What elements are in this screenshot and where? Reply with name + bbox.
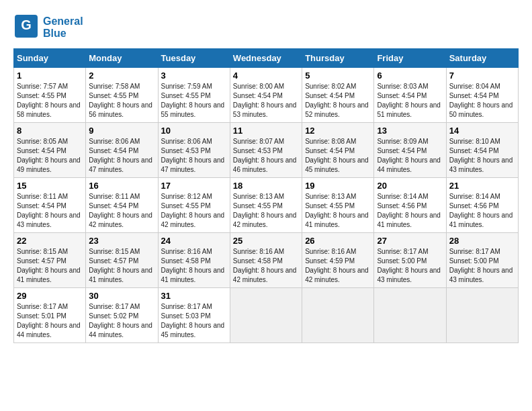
logo-icon: G bbox=[13, 13, 39, 39]
day-number: 23 bbox=[89, 236, 154, 246]
calendar-cell: 3Sunrise: 7:59 AM Sunset: 4:55 PM Daylig… bbox=[158, 68, 230, 123]
day-number: 8 bbox=[17, 126, 83, 136]
day-number: 21 bbox=[449, 181, 515, 191]
day-info: Sunrise: 8:15 AM Sunset: 4:57 PM Dayligh… bbox=[17, 247, 83, 285]
col-header-monday: Monday bbox=[86, 49, 158, 68]
day-number: 5 bbox=[305, 71, 371, 81]
calendar-cell: 29Sunrise: 8:17 AM Sunset: 5:01 PM Dayli… bbox=[14, 288, 86, 343]
day-number: 13 bbox=[377, 126, 443, 136]
day-number: 25 bbox=[233, 236, 299, 246]
day-number: 22 bbox=[17, 236, 83, 246]
day-info: Sunrise: 8:14 AM Sunset: 4:56 PM Dayligh… bbox=[377, 192, 443, 230]
day-number: 17 bbox=[161, 181, 227, 191]
calendar-cell: 23Sunrise: 8:15 AM Sunset: 4:57 PM Dayli… bbox=[86, 233, 158, 288]
calendar-cell: 22Sunrise: 8:15 AM Sunset: 4:57 PM Dayli… bbox=[14, 233, 86, 288]
day-number: 24 bbox=[161, 236, 227, 246]
calendar-cell: 4Sunrise: 8:00 AM Sunset: 4:54 PM Daylig… bbox=[230, 68, 302, 123]
calendar-cell: 17Sunrise: 8:12 AM Sunset: 4:55 PM Dayli… bbox=[158, 178, 230, 233]
calendar-cell: 13Sunrise: 8:09 AM Sunset: 4:54 PM Dayli… bbox=[374, 123, 446, 178]
calendar-cell: 15Sunrise: 8:11 AM Sunset: 4:54 PM Dayli… bbox=[14, 178, 86, 233]
calendar-cell: 12Sunrise: 8:08 AM Sunset: 4:54 PM Dayli… bbox=[302, 123, 374, 178]
day-number: 1 bbox=[17, 71, 83, 81]
day-number: 3 bbox=[161, 71, 227, 81]
day-number: 10 bbox=[161, 126, 227, 136]
col-header-sunday: Sunday bbox=[14, 49, 86, 68]
day-info: Sunrise: 8:17 AM Sunset: 5:03 PM Dayligh… bbox=[161, 302, 227, 340]
day-info: Sunrise: 8:13 AM Sunset: 4:55 PM Dayligh… bbox=[305, 192, 371, 230]
calendar-week-2: 8Sunrise: 8:05 AM Sunset: 4:54 PM Daylig… bbox=[14, 123, 519, 178]
calendar-cell: 1Sunrise: 7:57 AM Sunset: 4:55 PM Daylig… bbox=[14, 68, 86, 123]
day-number: 12 bbox=[305, 126, 371, 136]
day-number: 14 bbox=[449, 126, 515, 136]
calendar-cell: 2Sunrise: 7:58 AM Sunset: 4:55 PM Daylig… bbox=[86, 68, 158, 123]
calendar-cell bbox=[446, 288, 518, 343]
calendar-cell: 14Sunrise: 8:10 AM Sunset: 4:54 PM Dayli… bbox=[446, 123, 518, 178]
calendar-cell: 11Sunrise: 8:07 AM Sunset: 4:53 PM Dayli… bbox=[230, 123, 302, 178]
calendar-week-3: 15Sunrise: 8:11 AM Sunset: 4:54 PM Dayli… bbox=[14, 178, 519, 233]
calendar-cell: 6Sunrise: 8:03 AM Sunset: 4:54 PM Daylig… bbox=[374, 68, 446, 123]
day-info: Sunrise: 8:00 AM Sunset: 4:54 PM Dayligh… bbox=[233, 82, 299, 120]
day-info: Sunrise: 8:14 AM Sunset: 4:56 PM Dayligh… bbox=[449, 192, 515, 230]
day-info: Sunrise: 8:10 AM Sunset: 4:54 PM Dayligh… bbox=[449, 137, 515, 175]
calendar-cell: 21Sunrise: 8:14 AM Sunset: 4:56 PM Dayli… bbox=[446, 178, 518, 233]
day-info: Sunrise: 8:11 AM Sunset: 4:54 PM Dayligh… bbox=[17, 192, 83, 230]
day-info: Sunrise: 8:04 AM Sunset: 4:54 PM Dayligh… bbox=[449, 82, 515, 120]
day-info: Sunrise: 8:15 AM Sunset: 4:57 PM Dayligh… bbox=[89, 247, 154, 285]
calendar-cell: 25Sunrise: 8:16 AM Sunset: 4:58 PM Dayli… bbox=[230, 233, 302, 288]
day-info: Sunrise: 8:17 AM Sunset: 5:01 PM Dayligh… bbox=[17, 302, 83, 340]
day-number: 26 bbox=[305, 236, 371, 246]
day-number: 31 bbox=[161, 291, 227, 301]
calendar-cell: 19Sunrise: 8:13 AM Sunset: 4:55 PM Dayli… bbox=[302, 178, 374, 233]
day-number: 7 bbox=[449, 71, 515, 81]
day-number: 16 bbox=[89, 181, 154, 191]
calendar-cell: 16Sunrise: 8:11 AM Sunset: 4:54 PM Dayli… bbox=[86, 178, 158, 233]
day-number: 6 bbox=[377, 71, 443, 81]
calendar-cell: 24Sunrise: 8:16 AM Sunset: 4:58 PM Dayli… bbox=[158, 233, 230, 288]
calendar-cell: 10Sunrise: 8:06 AM Sunset: 4:53 PM Dayli… bbox=[158, 123, 230, 178]
calendar-cell: 26Sunrise: 8:16 AM Sunset: 4:59 PM Dayli… bbox=[302, 233, 374, 288]
day-info: Sunrise: 8:16 AM Sunset: 4:58 PM Dayligh… bbox=[233, 247, 299, 285]
day-info: Sunrise: 8:17 AM Sunset: 5:02 PM Dayligh… bbox=[89, 302, 154, 340]
day-number: 18 bbox=[233, 181, 299, 191]
day-number: 4 bbox=[233, 71, 299, 81]
day-info: Sunrise: 8:16 AM Sunset: 4:58 PM Dayligh… bbox=[161, 247, 227, 285]
day-number: 27 bbox=[377, 236, 443, 246]
calendar-week-1: 1Sunrise: 7:57 AM Sunset: 4:55 PM Daylig… bbox=[14, 68, 519, 123]
day-number: 2 bbox=[89, 71, 154, 81]
col-header-saturday: Saturday bbox=[446, 49, 518, 68]
page-header: G General Blue bbox=[13, 13, 519, 42]
calendar-week-4: 22Sunrise: 8:15 AM Sunset: 4:57 PM Dayli… bbox=[14, 233, 519, 288]
calendar-cell: 8Sunrise: 8:05 AM Sunset: 4:54 PM Daylig… bbox=[14, 123, 86, 178]
day-number: 11 bbox=[233, 126, 299, 136]
calendar-cell: 28Sunrise: 8:17 AM Sunset: 5:00 PM Dayli… bbox=[446, 233, 518, 288]
logo-blue: Blue bbox=[43, 28, 83, 40]
calendar-cell: 18Sunrise: 8:13 AM Sunset: 4:55 PM Dayli… bbox=[230, 178, 302, 233]
calendar-cell bbox=[302, 288, 374, 343]
svg-text:G: G bbox=[21, 17, 32, 32]
day-number: 29 bbox=[17, 291, 83, 301]
calendar-table: SundayMondayTuesdayWednesdayThursdayFrid… bbox=[13, 48, 519, 343]
calendar-cell: 7Sunrise: 8:04 AM Sunset: 4:54 PM Daylig… bbox=[446, 68, 518, 123]
day-info: Sunrise: 8:05 AM Sunset: 4:54 PM Dayligh… bbox=[17, 137, 83, 175]
col-header-friday: Friday bbox=[374, 49, 446, 68]
calendar-header-row: SundayMondayTuesdayWednesdayThursdayFrid… bbox=[14, 49, 519, 68]
calendar-cell: 31Sunrise: 8:17 AM Sunset: 5:03 PM Dayli… bbox=[158, 288, 230, 343]
day-info: Sunrise: 8:06 AM Sunset: 4:53 PM Dayligh… bbox=[161, 137, 227, 175]
day-number: 9 bbox=[89, 126, 154, 136]
calendar-cell: 20Sunrise: 8:14 AM Sunset: 4:56 PM Dayli… bbox=[374, 178, 446, 233]
day-number: 20 bbox=[377, 181, 443, 191]
calendar-cell: 9Sunrise: 8:06 AM Sunset: 4:54 PM Daylig… bbox=[86, 123, 158, 178]
day-number: 15 bbox=[17, 181, 83, 191]
day-info: Sunrise: 8:11 AM Sunset: 4:54 PM Dayligh… bbox=[89, 192, 154, 230]
day-info: Sunrise: 8:12 AM Sunset: 4:55 PM Dayligh… bbox=[161, 192, 227, 230]
logo-general: General bbox=[43, 15, 83, 28]
day-info: Sunrise: 8:09 AM Sunset: 4:54 PM Dayligh… bbox=[377, 137, 443, 175]
col-header-wednesday: Wednesday bbox=[230, 49, 302, 68]
col-header-tuesday: Tuesday bbox=[158, 49, 230, 68]
calendar-cell: 30Sunrise: 8:17 AM Sunset: 5:02 PM Dayli… bbox=[86, 288, 158, 343]
day-info: Sunrise: 8:03 AM Sunset: 4:54 PM Dayligh… bbox=[377, 82, 443, 120]
calendar-cell bbox=[230, 288, 302, 343]
day-number: 30 bbox=[89, 291, 154, 301]
col-header-thursday: Thursday bbox=[302, 49, 374, 68]
calendar-cell bbox=[374, 288, 446, 343]
